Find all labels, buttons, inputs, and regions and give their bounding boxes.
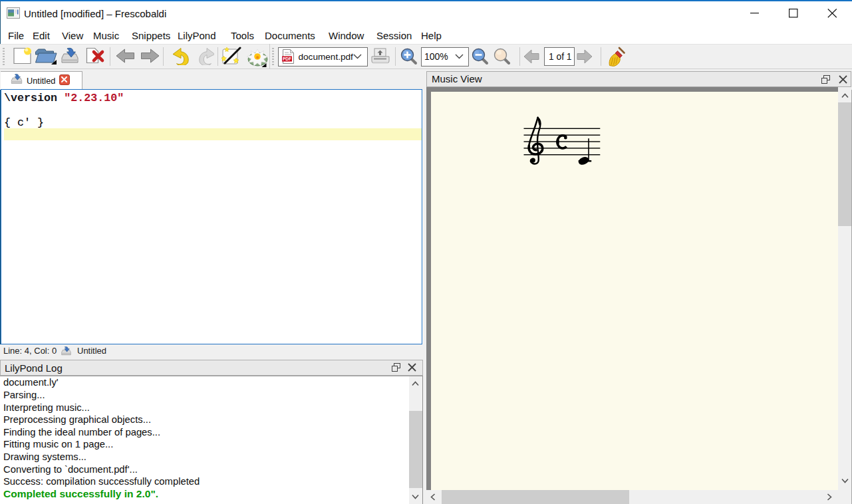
svg-text:PDF: PDF	[283, 57, 291, 61]
